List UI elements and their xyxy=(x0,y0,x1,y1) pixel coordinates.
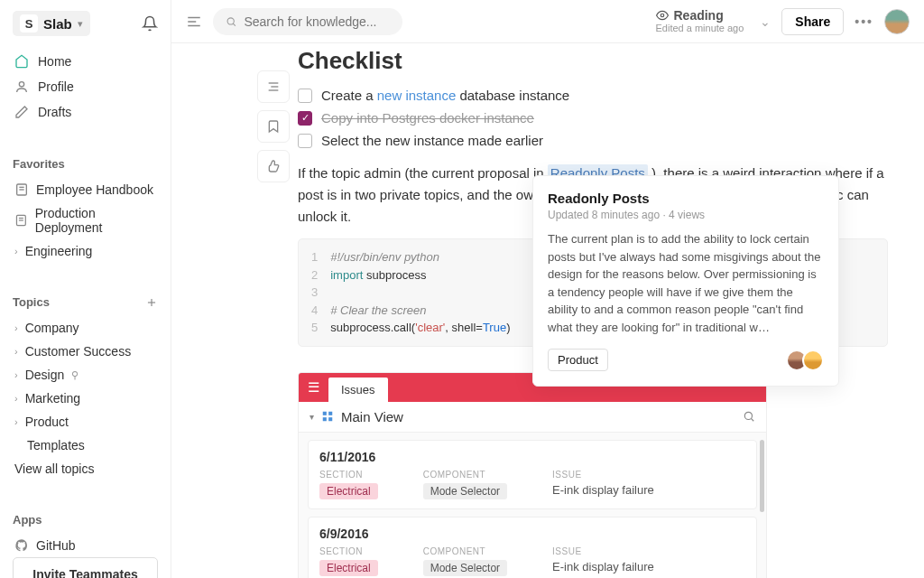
preview-title: Readonly Posts xyxy=(548,191,824,206)
embed-toolbar: ▾ Main View xyxy=(299,402,766,433)
issue-card[interactable]: 6/11/2016 SECTIONElectrical COMPONENTMod… xyxy=(308,440,757,509)
topic-item[interactable]: ›Design⚲ xyxy=(13,363,158,387)
user-icon xyxy=(14,79,29,94)
doc-status: Reading Edited a minute ago xyxy=(656,8,744,35)
svg-point-0 xyxy=(19,82,23,87)
pencil-icon xyxy=(14,105,29,119)
issue-card[interactable]: 6/9/2016 SECTIONElectrical COMPONENTMode… xyxy=(308,517,757,579)
svg-point-22 xyxy=(744,412,752,419)
doc-title: Checklist xyxy=(298,47,888,75)
preview-avatars xyxy=(791,350,824,371)
favorite-item[interactable]: ›Engineering xyxy=(13,239,158,263)
chevron-right-icon: › xyxy=(14,416,18,427)
chevron-right-icon: › xyxy=(14,246,18,256)
svg-line-13 xyxy=(233,23,236,26)
avatar xyxy=(802,350,824,371)
embed-search-icon[interactable] xyxy=(743,410,755,423)
workspace-switcher[interactable]: S Slab ▾ xyxy=(13,11,90,36)
github-icon xyxy=(14,538,29,553)
topic-item[interactable]: ›Customer Success xyxy=(13,340,158,363)
issue-date: 6/11/2016 xyxy=(319,450,745,464)
issue-date: 6/9/2016 xyxy=(319,527,745,541)
tag-component: Mode Selector xyxy=(423,560,507,576)
search-icon xyxy=(226,15,236,28)
checkbox-icon[interactable] xyxy=(298,134,312,148)
checkbox-checked-icon[interactable]: ✓ xyxy=(298,111,312,126)
tag-electrical: Electrical xyxy=(319,483,378,499)
embed-view-name[interactable]: Main View xyxy=(341,409,403,424)
sidebar: S Slab ▾ Home Profile Drafts Favorites E… xyxy=(0,0,171,578)
embed-menu-icon[interactable]: ☰ xyxy=(308,379,319,396)
scrollbar[interactable] xyxy=(760,440,764,512)
lock-icon: ⚲ xyxy=(71,369,79,381)
more-icon[interactable]: ••• xyxy=(855,14,873,29)
doc-rail xyxy=(257,70,290,182)
app-github[interactable]: GitHub xyxy=(13,534,158,557)
chevron-right-icon: › xyxy=(14,322,18,333)
svg-point-12 xyxy=(227,17,234,23)
svg-line-23 xyxy=(751,418,753,421)
svg-rect-21 xyxy=(328,417,332,421)
bell-icon[interactable] xyxy=(142,15,158,32)
checkbox-icon[interactable] xyxy=(298,89,312,103)
view-all-topics[interactable]: View all topics xyxy=(13,457,158,480)
topic-item[interactable]: Templates xyxy=(13,434,158,457)
chevron-right-icon: › xyxy=(14,393,18,404)
nav-profile-label: Profile xyxy=(38,79,74,94)
topbar: Reading Edited a minute ago ⌄ Share ••• xyxy=(171,0,924,43)
tag-electrical: Electrical xyxy=(319,560,378,576)
nav-drafts-label: Drafts xyxy=(38,105,71,119)
topics-header: Topics xyxy=(13,295,158,309)
embed-frame: ☰ Issues ▾ Main View 6/11/2016 xyxy=(298,372,767,579)
bookmark-button[interactable] xyxy=(257,110,290,143)
hover-preview-card: Readonly Posts Updated 8 minutes ago · 4… xyxy=(532,175,839,387)
svg-rect-20 xyxy=(323,417,327,421)
nav-drafts[interactable]: Drafts xyxy=(13,99,158,125)
topic-item[interactable]: ›Marketing xyxy=(13,387,158,410)
svg-rect-19 xyxy=(328,412,332,415)
status-chevron-icon[interactable]: ⌄ xyxy=(760,14,771,29)
eye-icon xyxy=(656,9,669,22)
doc-icon xyxy=(14,213,28,228)
invite-teammates-button[interactable]: Invite Teammates xyxy=(13,557,158,578)
apps-header: Apps xyxy=(13,513,158,527)
nav-profile[interactable]: Profile xyxy=(13,74,158,99)
search-box[interactable] xyxy=(213,8,402,35)
nav-home-label: Home xyxy=(38,54,71,69)
search-input[interactable] xyxy=(244,14,390,29)
line-numbers: 12345 xyxy=(311,248,330,337)
workspace-initial: S xyxy=(20,14,38,33)
doc-icon xyxy=(14,182,29,197)
checklist-item[interactable]: Create a new instance database instance xyxy=(298,84,888,107)
favorite-item[interactable]: Employee Handbook xyxy=(13,178,158,201)
svg-rect-18 xyxy=(323,412,327,415)
topic-chip[interactable]: Product xyxy=(548,349,608,371)
preview-meta: Updated 8 minutes ago · 4 views xyxy=(548,209,824,221)
embed-tab[interactable]: Issues xyxy=(328,378,388,402)
inline-link[interactable]: new instance xyxy=(377,88,457,103)
topic-item[interactable]: ›Product xyxy=(13,410,158,434)
clap-button[interactable] xyxy=(257,150,290,182)
tag-component: Mode Selector xyxy=(423,483,507,499)
workspace-name: Slab xyxy=(43,16,72,32)
favorites-header: Favorites xyxy=(13,157,158,171)
chevron-right-icon: › xyxy=(14,346,18,357)
collapse-icon[interactable]: ▾ xyxy=(310,412,314,422)
preview-body: The current plan is to add the ability t… xyxy=(548,230,824,336)
avatar[interactable] xyxy=(884,9,910,34)
chevron-right-icon: › xyxy=(14,369,18,380)
checklist-item[interactable]: ✓Copy into Postgres docker instance xyxy=(298,107,888,129)
svg-point-14 xyxy=(661,14,664,17)
nav-home[interactable]: Home xyxy=(13,49,158,74)
outline-button[interactable] xyxy=(257,70,290,103)
topic-item[interactable]: ›Company xyxy=(13,316,158,340)
favorite-item[interactable]: Production Deployment xyxy=(13,201,158,239)
share-button[interactable]: Share xyxy=(781,8,844,35)
menu-icon[interactable] xyxy=(186,14,202,30)
plus-icon[interactable] xyxy=(145,296,158,309)
grid-icon xyxy=(321,410,334,423)
chevron-down-icon: ▾ xyxy=(78,18,83,30)
checklist-item[interactable]: Select the new instance made earlier xyxy=(298,129,888,152)
home-icon xyxy=(14,54,29,69)
